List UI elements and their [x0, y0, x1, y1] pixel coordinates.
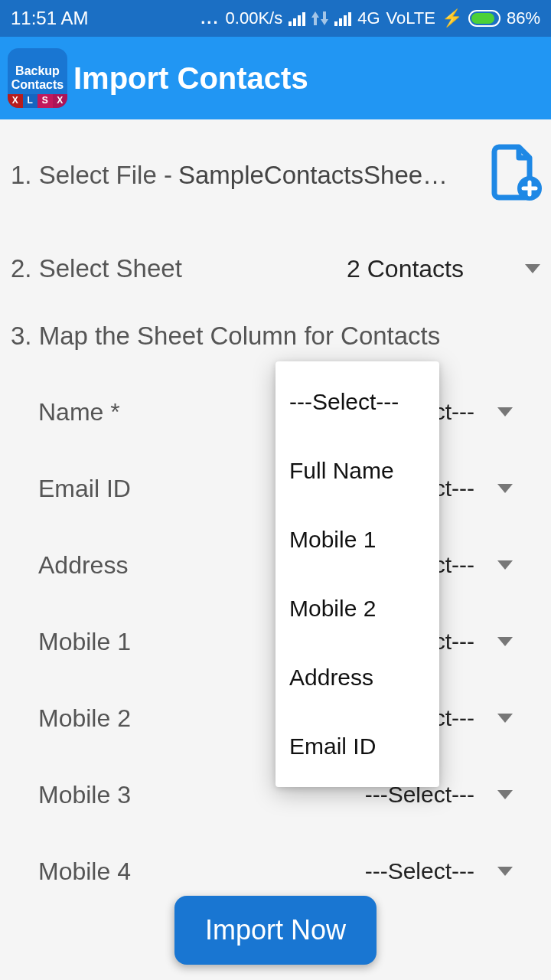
- step-select-file: 1. Select File - SampleContactsShee…: [0, 119, 551, 231]
- page-title: Import Contacts: [73, 61, 308, 96]
- status-time: 11:51 AM: [11, 8, 88, 29]
- import-now-button[interactable]: Import Now: [174, 896, 377, 965]
- step-select-sheet: 2. Select Sheet 2 Contacts: [0, 231, 551, 306]
- chevron-down-icon: [497, 637, 513, 646]
- signal-icon-2: [334, 11, 351, 26]
- chevron-down-icon: [497, 407, 513, 416]
- app-icon-line2: Contacts: [11, 78, 64, 92]
- sheet-dropdown[interactable]: 2 Contacts: [347, 255, 540, 283]
- status-bar: 11:51 AM ... 0.00K/s 4G VoLTE ⚡ 86%: [0, 0, 551, 37]
- xlsx-badge: XLSX: [8, 94, 67, 108]
- dropdown-option-mobile1[interactable]: Mobile 1: [276, 505, 439, 574]
- chevron-down-icon: [497, 790, 513, 799]
- charge-icon: ⚡: [442, 8, 462, 28]
- select-value: ---Select---: [365, 858, 474, 884]
- dropdown-option-address[interactable]: Address: [276, 643, 439, 712]
- battery-percent: 86%: [507, 8, 540, 28]
- app-icon-line1: Backup: [15, 64, 60, 78]
- signal-icon: [289, 11, 305, 26]
- sheet-value: 2 Contacts: [347, 255, 464, 283]
- status-speed: 0.00K/s: [226, 8, 283, 28]
- dropdown-option-emailid[interactable]: Email ID: [276, 712, 439, 781]
- selected-filename: SampleContactsShee…: [178, 161, 479, 190]
- column-dropdown-menu: ---Select--- Full Name Mobile 1 Mobile 2…: [276, 361, 439, 787]
- step2-label: 2. Select Sheet: [11, 254, 182, 283]
- chevron-down-icon: [497, 484, 513, 493]
- dropdown-option-fullname[interactable]: Full Name: [276, 436, 439, 505]
- chevron-down-icon: [497, 867, 513, 876]
- volte-label: VoLTE: [386, 8, 435, 28]
- add-file-button[interactable]: [484, 142, 543, 208]
- more-dots-icon: ...: [201, 8, 219, 28]
- dropdown-option-mobile2[interactable]: Mobile 2: [276, 574, 439, 643]
- network-label: 4G: [357, 8, 380, 28]
- status-right: ... 0.00K/s 4G VoLTE ⚡ 86%: [201, 8, 540, 28]
- chevron-down-icon: [497, 560, 513, 570]
- data-arrows-icon: [311, 11, 328, 25]
- field-label: Mobile 4: [38, 858, 365, 886]
- app-icon: Backup Contacts XLSX: [8, 48, 67, 108]
- step1-label: 1. Select File -: [11, 161, 172, 190]
- dropdown-option-select[interactable]: ---Select---: [276, 368, 439, 436]
- chevron-down-icon: [525, 264, 540, 273]
- battery-icon: [468, 10, 500, 27]
- app-bar: Backup Contacts XLSX Import Contacts: [0, 37, 551, 119]
- chevron-down-icon: [497, 714, 513, 723]
